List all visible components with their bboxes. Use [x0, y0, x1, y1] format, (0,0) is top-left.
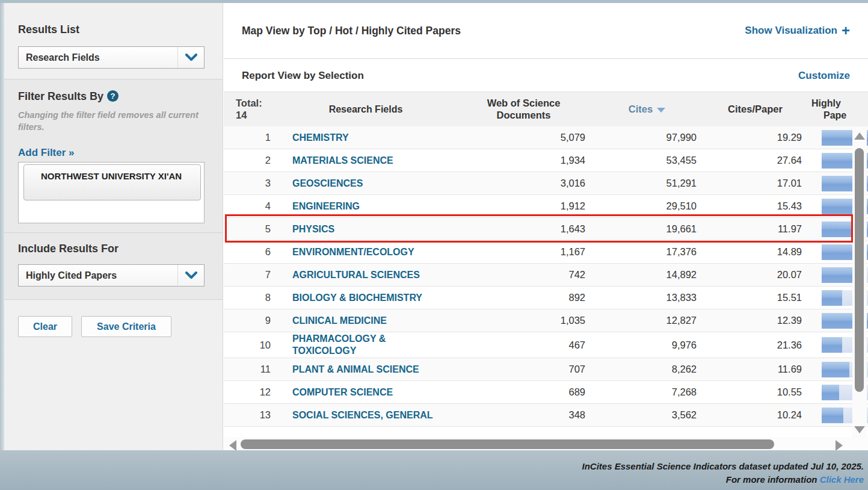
- research-field-link[interactable]: GEOSCIENCES: [292, 178, 363, 190]
- table-row: 1 CHEMISTRY 5,079 97,990 19.29: [224, 126, 868, 149]
- cites-value: 8,262: [591, 364, 703, 375]
- wos-docs-value: 1,643: [456, 223, 591, 235]
- cites-value: 12,827: [591, 315, 703, 326]
- show-visualization-link[interactable]: Show Visualization +: [745, 23, 850, 38]
- cites-value: 19,661: [591, 223, 703, 235]
- table-row: 7 AGRICULTURAL SCIENCES 742 14,892 20.07: [224, 264, 868, 287]
- wos-docs-value: 1,934: [456, 155, 591, 166]
- criteria-buttons-section: Clear Save Criteria: [4, 299, 223, 450]
- customize-link[interactable]: Customize: [798, 70, 850, 82]
- scroll-left-arrow-icon[interactable]: [229, 440, 236, 451]
- cites-per-paper-value: 21.36: [703, 340, 808, 351]
- click-here-link[interactable]: Click Here: [820, 474, 864, 485]
- results-list-dropdown[interactable]: Research Fields: [18, 46, 205, 69]
- scroll-down-arrow-icon[interactable]: [854, 426, 865, 433]
- cites-value: 51,291: [591, 178, 703, 189]
- results-list-section: Results List Research Fields: [4, 3, 223, 79]
- report-main-area: Map View by Top / Hot / Highly Cited Pap…: [224, 3, 868, 450]
- table-body: 1 CHEMISTRY 5,079 97,990 19.29 2 MATERIA…: [224, 126, 868, 427]
- wos-docs-value: 1,035: [456, 315, 591, 326]
- scroll-right-arrow-icon[interactable]: [836, 440, 843, 451]
- filter-chip-university[interactable]: NORTHWEST UNIVERSITY XI'AN: [23, 164, 201, 200]
- research-field-link[interactable]: MATERIALS SCIENCE: [292, 155, 393, 167]
- column-header-highly-cited-papers[interactable]: Highly Pape: [808, 98, 868, 120]
- table-header-row: Total:14 Research Fields Web of ScienceD…: [224, 91, 868, 126]
- bar-fill: [822, 362, 849, 377]
- table-row: 8 BIOLOGY & BIOCHEMISTRY 892 13,833 15.5…: [224, 287, 868, 309]
- cites-per-paper-value: 11.97: [703, 223, 808, 235]
- research-field-link[interactable]: ENGINEERING: [292, 200, 360, 212]
- row-rank: 13: [224, 409, 275, 421]
- esi-app-window: Results List Research Fields Filter Resu…: [0, 0, 868, 490]
- wos-docs-value: 1,167: [456, 246, 591, 258]
- column-header-wos-documents[interactable]: Web of ScienceDocuments: [456, 98, 591, 122]
- cites-value: 29,510: [591, 200, 703, 212]
- help-icon[interactable]: ?: [107, 90, 119, 102]
- include-results-dropdown-value: Highly Cited Papers: [19, 270, 117, 281]
- more-information-text: For more information Click Here: [582, 473, 864, 486]
- table-row: 4 ENGINEERING 1,912 29,510 15.43: [224, 195, 868, 218]
- column-header-cites-per-paper[interactable]: Cites/Paper: [703, 104, 808, 116]
- wos-docs-value: 707: [456, 364, 591, 375]
- table-row: 13 SOCIAL SCIENCES, GENERAL 348 3,562 10…: [224, 404, 868, 427]
- filters-sidebar: Results List Research Fields Filter Resu…: [4, 3, 223, 450]
- sort-descending-icon: [657, 108, 665, 113]
- cites-per-paper-value: 27.64: [703, 155, 808, 166]
- add-filter-link[interactable]: Add Filter »: [18, 147, 75, 159]
- left-edge-strip: [0, 3, 4, 450]
- include-results-dropdown[interactable]: Highly Cited Papers: [18, 264, 205, 287]
- research-field-link[interactable]: SOCIAL SCIENCES, GENERAL: [292, 409, 433, 421]
- table-row: 5 PHYSICS 1,643 19,661 11.97: [224, 218, 868, 241]
- research-field-link[interactable]: AGRICULTURAL SCIENCES: [292, 269, 420, 281]
- report-view-bar: Report View by Selection Customize: [224, 60, 868, 91]
- research-field-link[interactable]: CHEMISTRY: [292, 132, 349, 144]
- cites-per-paper-value: 17.01: [703, 178, 808, 189]
- cites-value: 9,976: [591, 340, 703, 351]
- map-view-title: Map View by Top / Hot / Highly Cited Pap…: [242, 25, 461, 37]
- cites-per-paper-value: 20.07: [703, 269, 808, 281]
- active-filters-box: NORTHWEST UNIVERSITY XI'AN: [18, 162, 205, 223]
- table-row: 9 CLINICAL MEDICINE 1,035 12,827 12.39: [224, 309, 868, 332]
- table-row: 3 GEOSCIENCES 3,016 51,291 17.01: [224, 172, 868, 195]
- cites-per-paper-value: 14.89: [703, 246, 808, 258]
- table-row: 2 MATERIALS SCIENCE 1,934 53,455 27.64: [224, 149, 868, 172]
- cites-value: 14,892: [591, 269, 703, 281]
- research-field-link[interactable]: CLINICAL MEDICINE: [292, 315, 387, 327]
- research-field-link[interactable]: BIOLOGY & BIOCHEMISTRY: [292, 292, 422, 304]
- research-field-link[interactable]: PHYSICS: [292, 223, 334, 235]
- research-field-link[interactable]: ENVIRONMENT/ECOLOGY: [292, 246, 414, 258]
- vertical-scrollbar[interactable]: [852, 128, 867, 438]
- row-rank: 5: [224, 223, 275, 235]
- table-row: 6 ENVIRONMENT/ECOLOGY 1,167 17,376 14.89: [224, 241, 868, 264]
- row-rank: 7: [224, 269, 275, 281]
- row-rank: 3: [224, 178, 275, 189]
- wos-docs-value: 1,912: [456, 200, 591, 212]
- save-criteria-button[interactable]: Save Criteria: [81, 316, 171, 337]
- cites-per-paper-value: 19.29: [703, 132, 808, 143]
- row-rank: 10: [224, 340, 275, 351]
- row-rank: 8: [224, 292, 275, 303]
- vertical-scrollbar-thumb[interactable]: [855, 148, 864, 392]
- cites-value: 53,455: [591, 155, 703, 166]
- filter-note: Changing the filter field removes all cu…: [18, 110, 199, 133]
- horizontal-scrollbar-thumb[interactable]: [241, 439, 774, 449]
- filter-results-section: Filter Results By? Changing the filter f…: [4, 79, 223, 232]
- row-rank: 6: [224, 246, 275, 258]
- table-row: 11 PLANT & ANIMAL SCIENCE 707 8,262 11.6…: [224, 358, 868, 381]
- results-list-heading: Results List: [18, 23, 79, 36]
- wos-docs-value: 892: [456, 292, 591, 303]
- column-header-cites-sorted[interactable]: Cites: [591, 104, 703, 116]
- column-header-research-fields[interactable]: Research Fields: [275, 104, 456, 115]
- cites-value: 97,990: [591, 132, 703, 143]
- scroll-up-arrow-icon[interactable]: [854, 132, 865, 140]
- clear-button[interactable]: Clear: [18, 316, 72, 337]
- research-field-link[interactable]: COMPUTER SCIENCE: [292, 386, 393, 399]
- research-field-link[interactable]: PHARMACOLOGY & TOXICOLOGY: [292, 333, 434, 357]
- total-count-header: Total:14: [224, 98, 275, 122]
- cites-per-paper-value: 15.51: [703, 292, 808, 303]
- table-row: 12 COMPUTER SCIENCE 689 7,268 10.55: [224, 381, 868, 404]
- cites-per-paper-value: 10.55: [703, 386, 808, 398]
- wos-docs-value: 689: [456, 386, 591, 398]
- wos-docs-value: 467: [456, 340, 591, 351]
- research-field-link[interactable]: PLANT & ANIMAL SCIENCE: [292, 364, 419, 376]
